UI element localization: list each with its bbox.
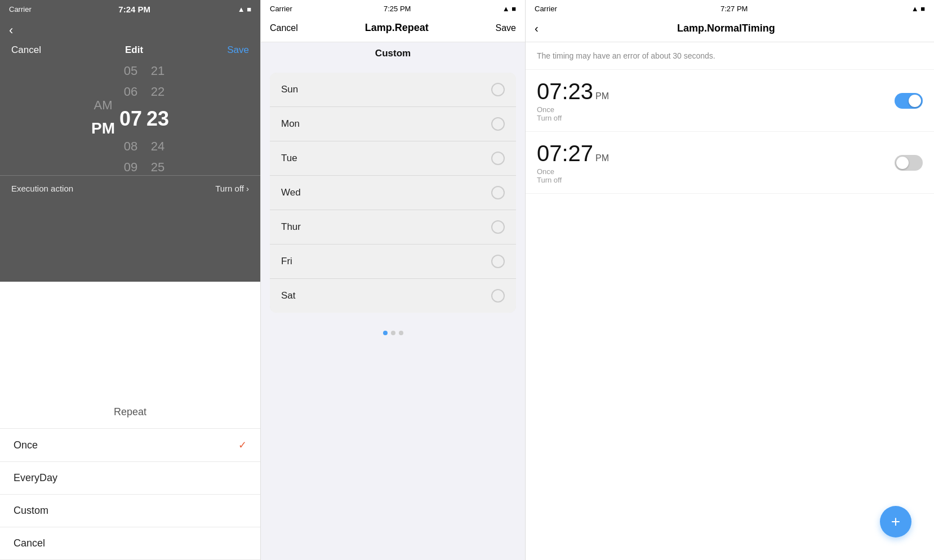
time-3: 7:27 PM [720, 5, 748, 13]
time-2: 7:25 PM [384, 5, 411, 13]
min-selected[interactable]: 23 [146, 103, 169, 135]
checkmark-icon: ✓ [238, 439, 247, 451]
timing-note: The timing may have an error of about 30… [526, 42, 934, 70]
action-text: Turn off [215, 184, 244, 193]
day-sun-radio[interactable] [491, 83, 505, 96]
add-timing-button[interactable]: + [880, 506, 911, 537]
execution-label: Execution action [11, 184, 73, 193]
min-below2: 25 [151, 157, 164, 175]
day-wed-label: Wed [281, 187, 301, 198]
day-tue[interactable]: Tue [270, 141, 516, 176]
repeat-section: Repeat [0, 396, 260, 429]
panel3-content: + [526, 194, 934, 560]
back-arrow-1[interactable]: ‹ [9, 23, 13, 37]
day-sat-radio[interactable] [491, 289, 505, 303]
action-1: Turn off [537, 114, 609, 122]
custom-subtitle: Custom [261, 42, 525, 61]
dot-active [383, 331, 388, 335]
cancel-button-1[interactable]: Cancel [11, 45, 41, 56]
repeat-nav: Cancel Lamp.Repeat Save [261, 17, 525, 42]
once-label: Once [14, 439, 38, 451]
minute-col[interactable]: 21 22 23 24 25 [146, 63, 169, 175]
hour-above1: 05 [124, 63, 137, 81]
custom-label: Custom [14, 505, 48, 517]
timing-left-1: 07:23 PM Once Turn off [537, 79, 609, 122]
repeat-1: Once [537, 105, 609, 114]
hour-below2: 09 [124, 157, 137, 175]
time-display-1: 07:23 PM [537, 79, 609, 104]
toggle-1[interactable] [895, 93, 923, 109]
save-button-2[interactable]: Save [496, 23, 516, 33]
back-button-3[interactable]: ‹ [535, 22, 539, 35]
ampm-above: AM [94, 95, 112, 115]
day-wed-radio[interactable] [491, 186, 505, 199]
edit-header: Cancel Edit Save [0, 42, 260, 63]
day-thur[interactable]: Thur [270, 210, 516, 245]
day-thur-radio[interactable] [491, 220, 505, 234]
hour-selected[interactable]: 07 [119, 103, 142, 135]
status-icons-1: ▲ ■ [238, 5, 251, 14]
execution-bar[interactable]: Execution action Turn off › [0, 175, 260, 201]
action-2: Turn off [537, 176, 609, 184]
status-bar-3: Carrier 7:27 PM ▲ ■ [526, 0, 934, 17]
hour-2: 07:27 [537, 141, 593, 166]
panel-normal-timing: Carrier 7:27 PM ▲ ■ ‹ Lamp.NormalTiming … [526, 0, 934, 560]
status-icons-3: ▲ ■ [911, 5, 925, 13]
time-display-2: 07:27 PM [537, 141, 609, 166]
min-below1: 24 [151, 136, 164, 156]
action-arrow: › [246, 184, 249, 193]
timing-left-2: 07:27 PM Once Turn off [537, 141, 609, 184]
status-bar-2: Carrier 7:25 PM ▲ ■ [261, 0, 525, 17]
cancel-button-2[interactable]: Cancel [270, 23, 298, 33]
day-mon-label: Mon [281, 118, 300, 130]
once-item[interactable]: Once ✓ [0, 429, 260, 462]
toggle-2[interactable] [895, 155, 923, 171]
hour-below1: 08 [124, 136, 137, 156]
min-above1: 21 [151, 63, 164, 81]
status-bar-1: Carrier 7:24 PM ▲ ■ [0, 0, 260, 19]
status-icons-2: ▲ ■ [502, 5, 516, 13]
day-sat[interactable]: Sat [270, 279, 516, 313]
carrier-1: Carrier [9, 5, 32, 14]
timing-entry-2[interactable]: 07:27 PM Once Turn off [526, 132, 934, 194]
back-nav-1[interactable]: ‹ [0, 19, 260, 42]
repeat-2: Once [537, 167, 609, 176]
repeat-title: Lamp.Repeat [365, 22, 429, 34]
carrier-2: Carrier [270, 5, 292, 13]
toggle-knob-1 [909, 95, 921, 107]
timing-title: Lamp.NormalTiming [545, 23, 907, 34]
ampm-selected[interactable]: PM [91, 116, 115, 141]
panel-edit-timer: Carrier 7:24 PM ▲ ■ ‹ Cancel Edit Save A… [0, 0, 261, 560]
day-mon-radio[interactable] [491, 117, 505, 131]
cancel-item[interactable]: Cancel [0, 527, 260, 560]
hour-1: 07:23 [537, 79, 593, 104]
day-wed[interactable]: Wed [270, 176, 516, 210]
time-picker[interactable]: AM PM 05 06 07 08 09 21 22 23 24 25 [0, 63, 260, 175]
day-fri-label: Fri [281, 256, 292, 267]
ampm-col[interactable]: AM PM [91, 95, 115, 143]
day-tue-label: Tue [281, 153, 297, 164]
action-value[interactable]: Turn off › [215, 184, 249, 193]
ampm-1: PM [595, 91, 609, 101]
day-fri[interactable]: Fri [270, 245, 516, 279]
day-fri-radio[interactable] [491, 255, 505, 268]
repeat-menu: Repeat Once ✓ EveryDay Custom Cancel [0, 396, 260, 560]
day-thur-label: Thur [281, 221, 301, 233]
everyday-item[interactable]: EveryDay [0, 462, 260, 495]
save-button-1[interactable]: Save [227, 45, 249, 56]
day-sun-label: Sun [281, 84, 298, 95]
day-sun[interactable]: Sun [270, 73, 516, 107]
hour-col[interactable]: 05 06 07 08 09 [119, 63, 142, 175]
day-mon[interactable]: Mon [270, 107, 516, 141]
min-above2: 22 [151, 82, 164, 101]
panel-repeat: Carrier 7:25 PM ▲ ■ Cancel Lamp.Repeat S… [261, 0, 526, 560]
dot-1 [391, 331, 395, 335]
day-tue-radio[interactable] [491, 152, 505, 165]
edit-title: Edit [125, 45, 143, 56]
hour-above2: 06 [124, 82, 137, 101]
timing-entry-1[interactable]: 07:23 PM Once Turn off [526, 70, 934, 132]
days-list: Sun Mon Tue Wed Thur Fri Sat [270, 73, 516, 313]
time-1: 7:24 PM [118, 5, 150, 14]
repeat-label: Repeat [114, 406, 146, 417]
custom-item[interactable]: Custom [0, 495, 260, 527]
